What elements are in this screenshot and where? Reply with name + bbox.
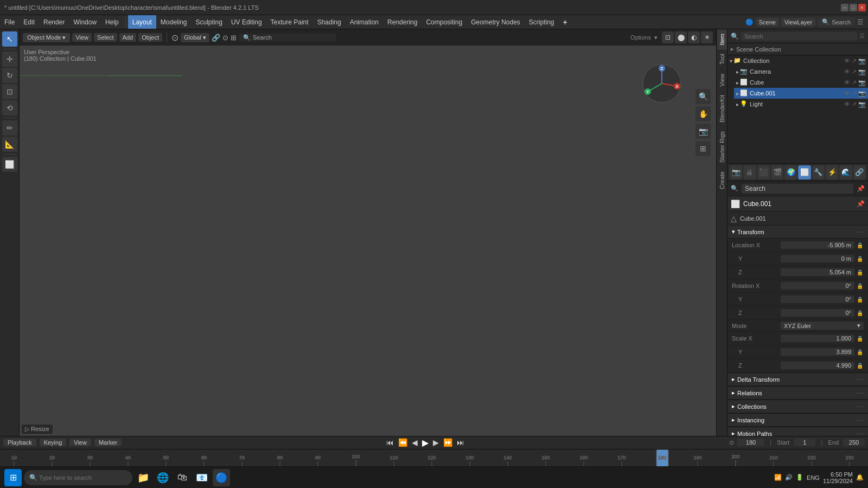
delta-dots[interactable]: ⋯ <box>856 375 864 384</box>
taskbar-files-icon[interactable]: 📁 <box>135 469 152 486</box>
next-frame-btn[interactable]: ⏩ <box>442 438 454 447</box>
prop-icon-scene[interactable]: 🎬 <box>771 165 783 179</box>
scale-x-value[interactable]: 1.000 <box>781 335 854 342</box>
viewport-options-btn[interactable]: Options <box>630 34 651 41</box>
side-tab-view[interactable]: View <box>717 69 727 91</box>
snap-icon[interactable]: 🔗 <box>212 34 220 42</box>
prop-icon-object[interactable]: ⬜ <box>798 165 810 179</box>
taskbar-chrome-icon[interactable]: 🌐 <box>154 469 171 486</box>
workspace-uv-editing[interactable]: UV Editing <box>227 15 266 29</box>
prop-icon-constraints[interactable]: 🔗 <box>853 165 866 179</box>
next-keyframe-btn[interactable]: ▶ <box>432 438 440 447</box>
mode-value[interactable]: XYZ Euler ▾ <box>781 322 864 330</box>
add-workspace-btn[interactable]: + <box>559 15 572 29</box>
tool-annotate[interactable]: ✏ <box>2 120 17 136</box>
outliner-filter-btn[interactable]: ☰ <box>859 33 865 40</box>
side-tab-item[interactable]: Item <box>717 29 727 49</box>
prop-icon-world[interactable]: 🌍 <box>784 165 797 179</box>
instancing-header[interactable]: ▸ Instancing ⋯ <box>727 414 868 427</box>
scale-z-lock[interactable]: 🔒 <box>856 363 864 369</box>
outliner-item-camera[interactable]: ▸ 📷 Camera 👁 ↗ 📷 <box>734 66 868 77</box>
wireframe-btn[interactable]: ⊡ <box>662 31 674 43</box>
viewport-grid-icon[interactable]: ⊞ <box>695 141 711 156</box>
transform-pivot-icon[interactable]: ⊞ <box>231 34 237 42</box>
scale-z-value[interactable]: 4.990 <box>781 362 854 369</box>
workspace-layout[interactable]: Layout <box>128 15 156 29</box>
rotation-y-value[interactable]: 0° <box>781 296 854 303</box>
playback-btn[interactable]: Playback <box>3 439 36 446</box>
location-y-lock[interactable]: 🔒 <box>856 256 864 262</box>
viewport[interactable]: Object Mode ▾ View Select Add Object ⊙ G… <box>20 29 716 436</box>
scale-y-value[interactable]: 3.899 <box>781 348 854 356</box>
global-space-btn[interactable]: Global ▾ <box>181 33 209 42</box>
relations-dots[interactable]: ⋯ <box>856 389 864 397</box>
instancing-dots[interactable]: ⋯ <box>856 416 864 425</box>
motion-paths-dots[interactable]: ⋯ <box>856 429 864 436</box>
filter-icon[interactable]: ☰ <box>857 18 864 26</box>
side-tab-tool[interactable]: Tool <box>717 49 727 69</box>
scale-y-lock[interactable]: 🔒 <box>856 349 864 355</box>
viewport-pan-icon[interactable]: ✋ <box>695 106 711 121</box>
prop-icon-view-layer[interactable]: ⬛ <box>757 165 770 179</box>
workspace-scripting[interactable]: Scripting <box>525 15 559 29</box>
solid-btn[interactable]: ⬤ <box>675 31 687 43</box>
location-z-lock[interactable]: 🔒 <box>856 269 864 275</box>
collections-header[interactable]: ▸ Collections ⋯ <box>727 400 868 413</box>
prop-icon-output[interactable]: 🖨 <box>743 165 756 179</box>
prop-icon-physics[interactable]: 🌊 <box>839 165 852 179</box>
taskbar-store-icon[interactable]: 🛍 <box>174 469 191 486</box>
viewport-zoom-icon[interactable]: 🔍 <box>695 89 711 104</box>
tool-move[interactable]: ✛ <box>2 52 17 67</box>
tool-select[interactable]: ↖ <box>2 31 17 47</box>
menu-file[interactable]: File <box>0 15 19 29</box>
outliner-search-input[interactable] <box>741 32 857 41</box>
play-btn[interactable]: ▶ <box>421 438 430 448</box>
prop-icon-modifiers[interactable]: 🔧 <box>812 165 825 179</box>
menu-render[interactable]: Render <box>39 15 69 29</box>
tool-transform[interactable]: ⟲ <box>2 100 17 115</box>
viewport-bottom-status[interactable]: ▷ Resize <box>22 425 53 434</box>
rotation-x-value[interactable]: 0° <box>781 282 854 290</box>
motion-paths-header[interactable]: ▸ Motion Paths ⋯ <box>727 427 868 436</box>
tool-measure[interactable]: 📐 <box>2 137 17 152</box>
outliner-item-collection[interactable]: ▾ 📁 Collection 👁 ↗ 📷 <box>727 55 868 66</box>
outliner-item-cube001[interactable]: ▸ ⬜ Cube.001 👁 ↗ 📷 <box>734 88 868 99</box>
object-mode-btn[interactable]: Object Mode ▾ <box>23 33 70 42</box>
scene-selector[interactable]: Scene <box>756 18 779 27</box>
taskbar-search-input[interactable] <box>24 470 132 485</box>
timeline-ruler[interactable]: 10 20 30 40 50 60 70 <box>0 450 868 466</box>
view-btn[interactable]: View <box>72 33 92 42</box>
prev-frame-btn[interactable]: ⏪ <box>397 438 409 447</box>
workspace-rendering[interactable]: Rendering <box>383 15 422 29</box>
keying-btn[interactable]: Keying <box>40 439 67 446</box>
jump-end-btn[interactable]: ⏭ <box>456 438 465 447</box>
viewport-overlay-icon[interactable]: ⊙ <box>171 33 178 43</box>
workspace-compositing[interactable]: Compositing <box>422 15 467 29</box>
tool-add-cube[interactable]: ⬜ <box>2 157 17 172</box>
marker-btn[interactable]: Marker <box>94 439 122 446</box>
prop-pin-icon[interactable]: 📌 <box>857 185 865 192</box>
rotation-z-value[interactable]: 0° <box>781 309 854 317</box>
side-tab-starter-rigs[interactable]: Starter Rigs <box>717 127 727 167</box>
viewport-camera-icon[interactable]: 📷 <box>695 124 711 139</box>
relations-header[interactable]: ▸ Relations ⋯ <box>727 387 868 400</box>
scale-x-lock[interactable]: 🔒 <box>856 336 864 342</box>
delta-transform-header[interactable]: ▸ Delta Transform ⋯ <box>727 373 868 386</box>
window-controls[interactable]: ─ □ ✕ <box>841 4 868 11</box>
workspace-sculpting[interactable]: Sculpting <box>192 15 227 29</box>
location-x-lock[interactable]: 🔒 <box>856 242 864 248</box>
taskbar-clock[interactable]: 6:50 PM 11/29/2024 <box>823 471 853 484</box>
notification-icon[interactable]: 🔔 <box>856 474 864 481</box>
proportional-icon[interactable]: ⊙ <box>222 34 228 42</box>
side-tab-create[interactable]: Create <box>717 167 727 194</box>
maximize-btn[interactable]: □ <box>850 4 857 11</box>
tl-view-btn[interactable]: View <box>69 439 91 446</box>
minimize-btn[interactable]: ─ <box>841 4 848 11</box>
menu-help[interactable]: Help <box>101 15 123 29</box>
side-tab-blenderkit[interactable]: BlenderKit <box>717 91 727 127</box>
workspace-texture-paint[interactable]: Texture Paint <box>266 15 313 29</box>
outliner-item-light[interactable]: ▸ 💡 Light 👁 ↗ 📷 <box>734 99 868 110</box>
search-bar[interactable]: 🔍 Search <box>818 17 855 27</box>
blender-icon[interactable]: 🔵 <box>745 18 754 26</box>
jump-start-btn[interactable]: ⏮ <box>385 438 395 447</box>
